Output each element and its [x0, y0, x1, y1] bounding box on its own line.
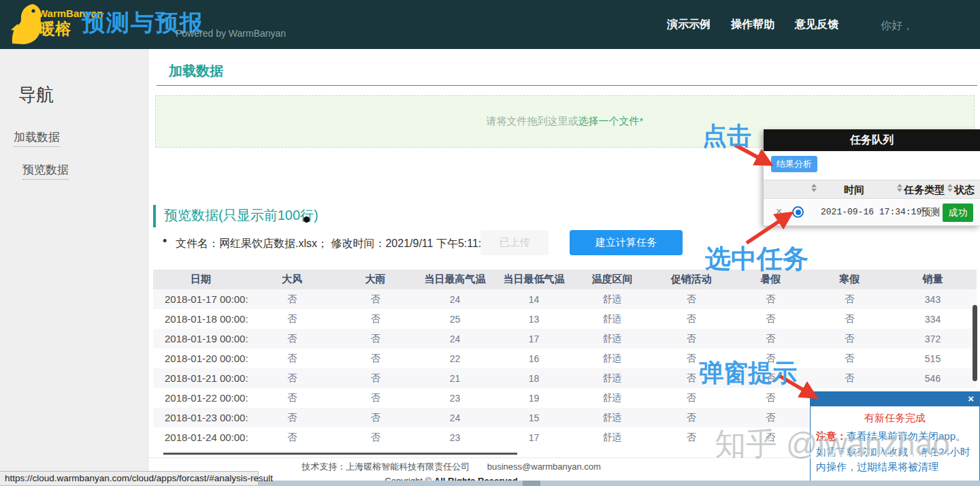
column-task-type[interactable]: 任务类型: [904, 184, 945, 197]
table-cell: 16: [495, 349, 573, 368]
table-cell: 否: [336, 309, 415, 329]
table-cell: 334: [889, 309, 977, 329]
table-cell: 否: [248, 349, 336, 368]
create-task-button[interactable]: 建立计算任务: [570, 230, 683, 255]
table-cell: 19: [495, 388, 573, 408]
table-cell: 2018-01-21 00:00:00: [153, 368, 248, 388]
table-cell: 舒适: [573, 408, 651, 427]
powered-by: Powered by WarmBanyan: [176, 28, 286, 39]
sidebar-item[interactable]: 预览数据: [22, 162, 69, 180]
table-cell: 515: [889, 349, 977, 368]
table-cell: 2018-01-17 00:00:00: [153, 289, 248, 309]
link-status-tooltip: https://cloud.warmbanyan.com/cloud/apps/…: [0, 471, 259, 486]
table-cell: 否: [336, 289, 415, 309]
table-cell: 23: [415, 388, 495, 408]
table-cell: 否: [810, 349, 889, 368]
task-queue-header-row: 时间 任务类型 状态: [764, 180, 980, 199]
table-cell: 15: [495, 408, 573, 427]
nav-item[interactable]: 操作帮助: [731, 18, 774, 32]
table-cell: 舒适: [573, 388, 651, 408]
section-divider: [157, 85, 977, 86]
table-row: 2018-01-20 00:00:00否否2216舒适否否否515: [153, 349, 977, 368]
table-cell: 否: [336, 388, 415, 408]
table-cell: 否: [248, 289, 336, 309]
table-cell: 17: [495, 329, 573, 349]
table-cell: 舒适: [573, 349, 651, 368]
table-cell: 2018-01-24 00:00:00: [153, 427, 248, 447]
uploaded-button: 已上传: [480, 230, 549, 255]
table-cell: 否: [731, 388, 810, 408]
table-cell: 否: [248, 368, 336, 388]
table-column-header: 寒假: [810, 270, 889, 289]
result-analysis-button[interactable]: 结果分析: [771, 156, 817, 172]
table-cell: 否: [651, 388, 731, 408]
table-column-header: 当日最低气温: [495, 270, 573, 289]
column-status[interactable]: 状态: [954, 184, 975, 197]
column-time[interactable]: 时间: [844, 184, 864, 197]
table-column-header: 大风: [248, 270, 336, 289]
task-time: 2021-09-16 17:34:19: [821, 207, 921, 217]
table-cell: 24: [415, 329, 495, 349]
table-cell: 22: [415, 349, 495, 368]
table-row: 2018-01-18 00:00:00否否2513舒适否否否334: [153, 309, 977, 329]
sidebar: 导航 加载数据预览数据: [0, 49, 148, 486]
table-horizontal-scrollbar[interactable]: [163, 453, 517, 455]
table-cell: 24: [415, 408, 495, 427]
table-column-header: 大雨: [336, 270, 415, 289]
table-cell: 否: [336, 368, 415, 388]
cursor-dot: [304, 216, 310, 223]
load-section-title: 加载数据: [169, 62, 223, 80]
table-header-row: 日期大风大雨当日最高气温当日最低气温温度区间促销活动暑假寒假销量: [153, 270, 977, 289]
delete-task-icon[interactable]: ×: [776, 206, 782, 218]
table-vertical-scrollbar[interactable]: [973, 305, 977, 381]
table-cell: 24: [415, 289, 495, 309]
task-queue-panel: 任务队列 结果分析 时间 任务类型 状态 × 2021-09-16 17:34:…: [764, 129, 980, 226]
greeting-text: 你好，: [881, 19, 913, 33]
close-icon[interactable]: ×: [968, 393, 974, 404]
table-cell: 舒适: [573, 368, 651, 388]
table-cell: 否: [336, 408, 415, 427]
sidebar-items: 加载数据预览数据: [14, 129, 69, 180]
task-queue-title: 任务队列: [764, 129, 980, 151]
dropzone-hint-text: 请将文件拖到这里或: [487, 115, 578, 128]
popup-header: ×: [811, 392, 979, 406]
choose-file-link[interactable]: 选择一个文件*: [578, 115, 644, 128]
task-radio-selected[interactable]: [792, 206, 804, 218]
task-type: 预测: [921, 206, 940, 218]
table-cell: 14: [495, 289, 573, 309]
table-cell: 否: [651, 329, 731, 349]
table-cell: 舒适: [573, 309, 651, 329]
table-cell: 13: [495, 309, 573, 329]
page: WarmBanyan 暖榕 预测与预报 Powered by WarmBanya…: [0, 0, 980, 486]
scrollbar-thumb[interactable]: [523, 481, 540, 486]
watermark: 知乎 @iwanzhao: [715, 423, 950, 466]
table-row: 2018-01-19 00:00:00否否2417舒适否否否372: [153, 329, 977, 349]
table-cell: 否: [336, 349, 415, 368]
nav-item[interactable]: 演示示例: [667, 18, 710, 32]
annotation-select-task: 选中任务: [705, 242, 808, 276]
table-cell: 546: [889, 368, 977, 388]
sidebar-item[interactable]: 加载数据: [14, 129, 60, 147]
table-cell: 否: [651, 309, 731, 329]
table-cell: 否: [731, 289, 810, 309]
preview-title-accent-bar: [153, 205, 156, 227]
table-cell: 2018-01-20 00:00:00: [153, 349, 248, 368]
table-column-header: 温度区间: [573, 270, 651, 289]
table-cell: 18: [495, 368, 573, 388]
table-row: 2018-01-17 00:00:00否否2414舒适否否否343: [153, 289, 977, 309]
table-cell: 否: [651, 289, 731, 309]
header: WarmBanyan 暖榕 预测与预报 Powered by WarmBanya…: [0, 0, 980, 49]
table-cell: 否: [810, 329, 889, 349]
table-column-header: 销量: [889, 270, 977, 289]
sort-icon[interactable]: [947, 184, 953, 192]
table-cell: 2018-01-23 00:00:00: [153, 408, 248, 427]
annotation-click: 点击: [702, 120, 751, 153]
table-cell: 17: [495, 427, 573, 447]
table-cell: 否: [731, 309, 810, 329]
table-cell: 否: [336, 427, 415, 447]
table-cell: 否: [810, 368, 889, 388]
sort-icon[interactable]: [811, 184, 817, 192]
sort-icon[interactable]: [897, 184, 902, 192]
annotation-popup-hint: 弹窗提示: [699, 357, 797, 390]
nav-item[interactable]: 意见反馈: [795, 18, 838, 32]
